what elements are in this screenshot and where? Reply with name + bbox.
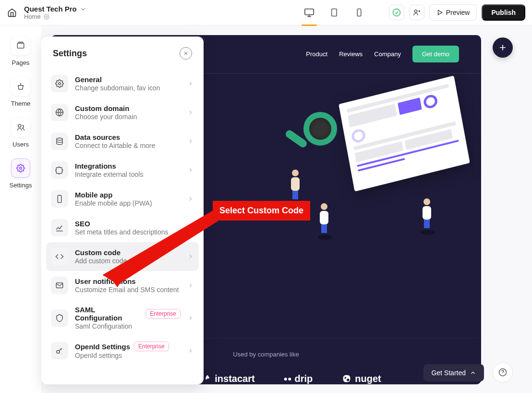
chevron-right-icon: [187, 253, 194, 260]
chevron-up-icon: [470, 369, 476, 376]
settings-item-saml-configuration[interactable]: SAML Configuration EnterpriseSaml Config…: [46, 300, 199, 336]
plus-icon: [498, 43, 508, 52]
svg-rect-10: [19, 42, 23, 43]
logo-instacart: instacart: [203, 373, 254, 384]
rail-label: Pages: [12, 59, 30, 66]
device-tablet-button[interactable]: [326, 4, 343, 21]
svg-point-6: [393, 9, 400, 16]
settings-list[interactable]: General Change subdomain, fav iconCustom…: [41, 66, 204, 384]
rail-item-pages[interactable]: Pages: [11, 36, 30, 66]
shield-icon: [51, 309, 68, 327]
settings-item-title: Data sources: [75, 133, 181, 141]
nav-reviews[interactable]: Reviews: [339, 50, 363, 58]
settings-item-openid-settings[interactable]: OpenId Settings EnterpriseOpenId setting…: [46, 336, 199, 365]
rail-item-theme[interactable]: Theme: [11, 77, 30, 107]
chevron-right-icon: [187, 109, 194, 116]
device-switcher: [301, 4, 368, 21]
callout-label: Select Custom Code: [213, 201, 310, 221]
chevron-right-icon: [187, 347, 194, 354]
home-icon[interactable]: [7, 7, 17, 18]
invite-user-button[interactable]: [409, 5, 424, 20]
settings-item-general[interactable]: General Change subdomain, fav icon: [46, 69, 199, 98]
enterprise-badge: Enterprise: [145, 309, 181, 319]
svg-rect-19: [58, 196, 61, 203]
svg-point-0: [46, 16, 47, 17]
chevron-right-icon: [187, 167, 194, 173]
chevron-down-icon[interactable]: [80, 6, 86, 12]
chevron-right-icon: [187, 224, 194, 231]
svg-point-7: [414, 10, 417, 12]
settings-panel: Settings General Change subdomain, fav i…: [41, 37, 204, 384]
settings-item-sub: Add custom code: [75, 257, 181, 265]
project-breadcrumb: Quest Tech Pro Home: [24, 5, 86, 20]
svg-point-16: [59, 83, 61, 85]
db-icon: [51, 133, 68, 150]
rail-item-users[interactable]: Users: [11, 118, 30, 148]
settings-item-integrations[interactable]: Integrations Integrate external tools: [46, 156, 199, 184]
settings-item-sub: Integrate external tools: [75, 171, 181, 178]
svg-point-14: [345, 377, 347, 379]
play-icon: [436, 9, 443, 16]
gear-icon: [51, 75, 68, 92]
enterprise-badge: Enterprise: [134, 342, 169, 351]
key-icon: [51, 342, 68, 359]
chevron-right-icon: [187, 138, 194, 145]
rail-label: Settings: [10, 182, 32, 189]
settings-item-seo[interactable]: SEO Set meta titles and descriptions: [46, 213, 199, 242]
preview-button[interactable]: Preview: [429, 4, 477, 21]
svg-point-18: [57, 138, 62, 140]
svg-point-11: [18, 124, 21, 127]
svg-point-22: [57, 350, 60, 353]
get-demo-button[interactable]: Get demo: [412, 46, 459, 62]
project-name[interactable]: Quest Tech Pro: [24, 5, 77, 13]
help-icon: [498, 368, 507, 377]
puzzle-icon: [51, 161, 68, 179]
settings-item-title: Mobile app: [75, 191, 181, 199]
gear-small-icon[interactable]: [44, 14, 49, 20]
settings-item-mobile-app[interactable]: Mobile app Enable mobile app (PWA): [46, 184, 199, 213]
gear-icon: [16, 164, 25, 172]
settings-item-user-notifications[interactable]: User notifications Customize Email and S…: [46, 271, 199, 300]
settings-item-data-sources[interactable]: Data sources Connect to Airtable & more: [46, 127, 199, 156]
help-button[interactable]: [493, 362, 513, 382]
nav-product[interactable]: Product: [306, 50, 327, 58]
pages-icon: [16, 41, 25, 50]
logo-nuget: nuget: [341, 373, 381, 384]
settings-item-title: User notifications: [75, 277, 181, 285]
nav-company[interactable]: Company: [374, 50, 401, 58]
mail-icon: [51, 277, 68, 294]
settings-item-sub: Saml Configuration: [75, 322, 181, 330]
rail-label: Theme: [11, 100, 30, 107]
close-button[interactable]: [180, 47, 192, 60]
svg-rect-2: [331, 9, 337, 16]
svg-rect-9: [17, 43, 24, 49]
settings-item-title: Custom code: [75, 248, 181, 257]
device-mobile-button[interactable]: [351, 4, 368, 21]
add-fab[interactable]: [493, 37, 513, 58]
chevron-right-icon: [187, 315, 194, 321]
svg-rect-4: [357, 9, 361, 16]
theme-icon: [16, 82, 25, 91]
publish-button[interactable]: Publish: [482, 4, 525, 21]
settings-item-title: SAML Configuration Enterprise: [75, 306, 181, 322]
logo-drip: ●●drip: [284, 373, 313, 384]
settings-item-sub: Customize Email and SMS content: [75, 286, 181, 294]
rail-item-settings[interactable]: Settings: [10, 159, 32, 189]
rail-label: Users: [12, 141, 29, 148]
settings-item-custom-code[interactable]: Custom code Add custom code: [46, 242, 199, 271]
status-check-button[interactable]: [389, 5, 404, 20]
settings-item-sub: Enable mobile app (PWA): [75, 199, 181, 207]
breadcrumb-home[interactable]: Home: [24, 13, 41, 20]
globe-icon: [51, 104, 68, 121]
settings-item-title: SEO: [75, 220, 181, 228]
preview-label: Preview: [446, 9, 470, 16]
device-desktop-button[interactable]: [301, 4, 318, 21]
svg-rect-13: [343, 375, 351, 382]
topbar: Quest Tech Pro Home Preview Publish: [0, 0, 532, 25]
get-started-button[interactable]: Get Started: [423, 364, 484, 381]
settings-item-sub: Choose your domain: [75, 113, 181, 121]
settings-item-sub: OpenId settings: [75, 352, 181, 359]
settings-item-custom-domain[interactable]: Custom domain Choose your domain: [46, 98, 199, 127]
settings-item-title: Custom domain: [75, 104, 181, 112]
settings-item-title: OpenId Settings Enterprise: [75, 342, 181, 351]
